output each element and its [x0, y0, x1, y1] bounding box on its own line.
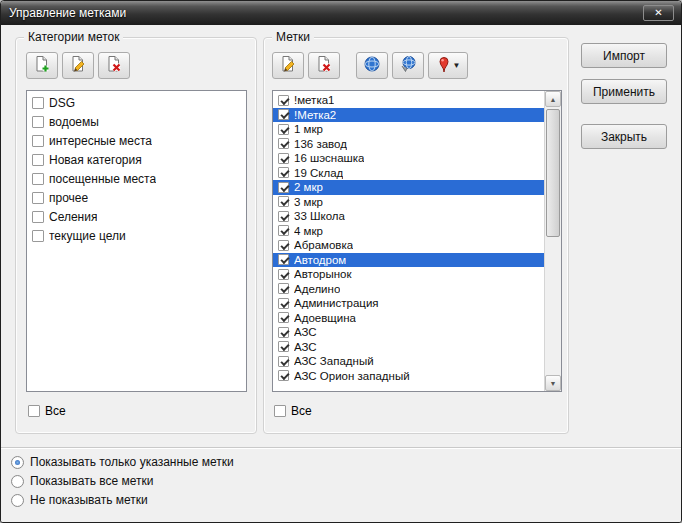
category-item[interactable]: посещенные места [27, 169, 246, 188]
document-plus-icon [33, 55, 51, 77]
radio-option[interactable]: Показывать только указанные метки [11, 455, 234, 469]
item-label: !метка1 [294, 94, 334, 106]
radio-button[interactable] [11, 494, 24, 507]
pin-style-button[interactable]: ▼ [428, 52, 468, 79]
close-button[interactable]: Закрыть [581, 124, 667, 149]
label-item[interactable]: АЗС [273, 340, 544, 355]
radio-option[interactable]: Показывать все метки [11, 474, 234, 488]
item-label: интересные места [49, 134, 152, 148]
item-checkbox[interactable] [32, 135, 44, 147]
globe-export-button[interactable] [392, 52, 424, 79]
item-checkbox[interactable] [278, 196, 289, 207]
document-delete-icon [105, 55, 123, 77]
item-checkbox[interactable] [32, 211, 44, 223]
item-label: АЗС [294, 326, 317, 338]
scroll-up-icon: ▲ [550, 96, 557, 103]
label-item[interactable]: 33 Школа [273, 209, 544, 224]
scroll-thumb[interactable] [546, 109, 560, 237]
scroll-down-button[interactable]: ▼ [545, 375, 561, 391]
category-item[interactable]: интересные места [27, 131, 246, 150]
item-checkbox[interactable] [32, 230, 44, 242]
delete-label-button[interactable] [308, 52, 340, 79]
labels-all-checkbox[interactable] [274, 405, 286, 417]
item-label: текущие цели [49, 229, 126, 243]
label-item[interactable]: 3 мкр [273, 195, 544, 210]
label-item[interactable]: Автодром [273, 253, 544, 268]
item-checkbox[interactable] [32, 97, 44, 109]
label-item[interactable]: 19 Склад [273, 166, 544, 181]
label-item[interactable]: АЗС [273, 325, 544, 340]
item-checkbox[interactable] [278, 225, 289, 236]
label-item[interactable]: !Метка2 [273, 108, 544, 123]
category-item[interactable]: текущие цели [27, 226, 246, 245]
item-checkbox[interactable] [32, 173, 44, 185]
radio-label: Показывать все метки [30, 474, 153, 488]
label-item[interactable]: АЗС Западный [273, 354, 544, 369]
radio-button[interactable] [11, 475, 24, 488]
label-item[interactable]: АЗС Орион западный [273, 369, 544, 384]
label-item[interactable]: Аделино [273, 282, 544, 297]
label-item[interactable]: 136 завод [273, 137, 544, 152]
item-checkbox[interactable] [278, 167, 289, 178]
label-item[interactable]: Адоевщина [273, 311, 544, 326]
label-item[interactable]: Авторынок [273, 267, 544, 282]
category-item[interactable]: Новая категория [27, 150, 246, 169]
item-checkbox[interactable] [278, 283, 289, 294]
edit-category-button[interactable] [62, 52, 94, 79]
label-item[interactable]: 2 мкр [273, 180, 544, 195]
label-item[interactable]: 16 шэснашка [273, 151, 544, 166]
scroll-up-button[interactable]: ▲ [545, 91, 561, 107]
label-item[interactable]: Абрамовка [273, 238, 544, 253]
radio-button[interactable] [11, 456, 24, 469]
category-item[interactable]: прочее [27, 188, 246, 207]
label-item[interactable]: Администрация [273, 296, 544, 311]
item-label: 16 шэснашка [294, 152, 364, 164]
categories-list[interactable]: DSGводоемыинтересные местаНовая категори… [26, 90, 247, 392]
item-checkbox[interactable] [278, 182, 289, 193]
item-checkbox[interactable] [278, 269, 289, 280]
item-checkbox[interactable] [278, 153, 289, 164]
item-checkbox[interactable] [32, 116, 44, 128]
labels-scrollbar[interactable]: ▲ ▼ [544, 91, 561, 391]
item-checkbox[interactable] [278, 356, 289, 367]
apply-button[interactable]: Применить [581, 79, 667, 104]
radio-option[interactable]: Не показывать метки [11, 493, 234, 507]
close-window-button[interactable]: ✕ [643, 5, 674, 21]
labels-list[interactable]: !метка1!Метка21 мкр136 завод16 шэснашка1… [272, 90, 562, 392]
globe-button[interactable] [356, 52, 388, 79]
item-checkbox[interactable] [32, 154, 44, 166]
categories-all-checkbox[interactable] [28, 405, 40, 417]
labels-all-row[interactable]: Все [274, 404, 312, 418]
label-item[interactable]: !метка1 [273, 93, 544, 108]
item-checkbox[interactable] [278, 370, 289, 381]
category-item[interactable]: Селения [27, 207, 246, 226]
item-label: Администрация [294, 297, 379, 309]
item-checkbox[interactable] [278, 341, 289, 352]
categories-group-label: Категории меток [24, 30, 123, 44]
map-pin-icon [436, 55, 452, 77]
item-checkbox[interactable] [278, 298, 289, 309]
category-item[interactable]: водоемы [27, 112, 246, 131]
label-item[interactable]: 1 мкр [273, 122, 544, 137]
delete-category-button[interactable] [98, 52, 130, 79]
item-checkbox[interactable] [278, 95, 289, 106]
item-checkbox[interactable] [278, 327, 289, 338]
item-checkbox[interactable] [278, 254, 289, 265]
item-checkbox[interactable] [278, 124, 289, 135]
edit-label-button[interactable] [272, 52, 304, 79]
item-checkbox[interactable] [278, 312, 289, 323]
item-checkbox[interactable] [278, 138, 289, 149]
categories-all-row[interactable]: Все [28, 404, 66, 418]
item-checkbox[interactable] [32, 192, 44, 204]
import-button[interactable]: Импорт [581, 43, 667, 68]
item-label: Абрамовка [294, 239, 353, 251]
dropdown-arrow-icon: ▼ [453, 62, 461, 70]
add-category-button[interactable] [26, 52, 58, 79]
item-label: 136 завод [294, 138, 347, 150]
item-checkbox[interactable] [278, 211, 289, 222]
item-checkbox[interactable] [278, 240, 289, 251]
item-checkbox[interactable] [278, 109, 289, 120]
label-item[interactable]: 4 мкр [273, 224, 544, 239]
item-label: АЗС Западный [294, 355, 374, 367]
category-item[interactable]: DSG [27, 93, 246, 112]
